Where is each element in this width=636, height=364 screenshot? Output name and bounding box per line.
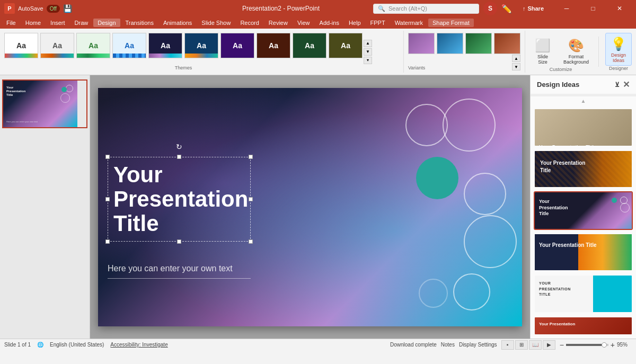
menu-watermark[interactable]: Watermark bbox=[391, 19, 427, 27]
theme-item-7[interactable]: Aa bbox=[220, 33, 254, 58]
zoom-in-button[interactable]: + bbox=[611, 341, 615, 349]
menu-view[interactable]: View bbox=[293, 19, 314, 27]
menu-shapeformat[interactable]: Shape Format bbox=[428, 19, 474, 27]
menu-transitions[interactable]: Transitions bbox=[121, 19, 158, 27]
zoom-slider[interactable] bbox=[566, 344, 608, 346]
slide-size-button[interactable]: ⬜ SlideSize bbox=[529, 35, 556, 67]
slide-thumbnail: YourPresentationTitle Here you can enter… bbox=[3, 81, 77, 127]
notes-button[interactable]: Notes bbox=[441, 342, 455, 348]
theme-item-9[interactable]: Aa bbox=[293, 33, 326, 58]
variant-scroll-up[interactable]: ▲ bbox=[512, 55, 520, 62]
variant-scroll-down[interactable]: ▼ bbox=[512, 63, 520, 70]
menu-slideshow[interactable]: Slide Show bbox=[197, 19, 235, 27]
circle-5 bbox=[453, 273, 490, 310]
zoom-out-button[interactable]: − bbox=[560, 341, 564, 349]
theme-item-10[interactable]: Aa bbox=[329, 33, 363, 58]
menu-animations[interactable]: Animations bbox=[159, 19, 196, 27]
menu-record[interactable]: Record bbox=[236, 19, 263, 27]
design-idea-img-2: Your PresentationTitle HERE YOU CAN ENTE… bbox=[535, 151, 632, 189]
rotate-handle[interactable]: ↻ bbox=[176, 143, 182, 151]
menu-review[interactable]: Review bbox=[264, 19, 292, 27]
menu-fppt[interactable]: FPPT bbox=[366, 19, 390, 27]
variant-1[interactable] bbox=[408, 33, 435, 54]
handle-tl[interactable] bbox=[105, 155, 110, 159]
theme-scroll-down[interactable]: ▼ bbox=[364, 48, 372, 56]
design-idea-1[interactable]: Your Presentation Title Here you can ent… bbox=[534, 108, 633, 147]
download-status: Download complete bbox=[390, 342, 437, 348]
search-icon: 🔍 bbox=[378, 5, 385, 12]
theme-item-4[interactable]: Aa bbox=[112, 33, 146, 58]
design-idea-3[interactable]: YourPresentationTitle here you can enter… bbox=[534, 191, 633, 230]
variant-4[interactable] bbox=[494, 33, 520, 54]
green-circle bbox=[416, 157, 458, 199]
slide-thumb-1[interactable]: 1 YourPresentationTitle Here you can ent… bbox=[2, 79, 87, 128]
minimize-button[interactable]: ─ bbox=[554, 0, 579, 17]
design-panel-expand[interactable]: ⊻ bbox=[615, 81, 620, 88]
menu-insert[interactable]: Insert bbox=[46, 19, 69, 27]
handle-tc[interactable] bbox=[177, 155, 181, 159]
ribbon: Aa Aa Aa Aa bbox=[0, 29, 636, 75]
canvas-area: ↻ YourPresentationTitle Here you can ent… bbox=[90, 75, 530, 339]
design-idea-2[interactable]: Your PresentationTitle HERE YOU CAN ENTE… bbox=[534, 150, 633, 189]
design-panel-close[interactable]: ✕ bbox=[623, 79, 630, 90]
close-button[interactable]: ✕ bbox=[607, 0, 632, 17]
accessibility-label[interactable]: Accessibility: Investigate bbox=[110, 342, 167, 348]
design-idea-6[interactable]: Your Presentation bbox=[534, 316, 633, 335]
handle-br[interactable] bbox=[249, 239, 253, 244]
design-panel-scroll: Your Presentation Title Here you can ent… bbox=[531, 105, 636, 339]
search-bar[interactable]: 🔍 Search (Alt+Q) bbox=[373, 4, 479, 14]
user-avatar[interactable]: S bbox=[483, 2, 497, 15]
autosave-toggle[interactable]: Off bbox=[47, 5, 60, 13]
theme-item-8[interactable]: Aa bbox=[257, 33, 290, 58]
design-idea-4[interactable]: Your Presentation Title bbox=[534, 233, 633, 272]
theme-scroll-up[interactable]: ▲ bbox=[364, 40, 372, 47]
design-idea-5[interactable]: YOURPRESENTATIONTITLE subtitle bbox=[534, 274, 633, 313]
edit-icon[interactable]: ✏️ bbox=[501, 4, 512, 14]
slide-subtitle[interactable]: Here you can enter your own text bbox=[108, 264, 233, 273]
reading-view-button[interactable]: 📖 bbox=[529, 340, 542, 350]
handle-bc[interactable] bbox=[177, 239, 181, 244]
design-ideas-icon: 💡 bbox=[611, 35, 626, 52]
maximize-button[interactable]: □ bbox=[581, 0, 605, 17]
handle-tr[interactable] bbox=[249, 155, 253, 159]
panel-scroll-up[interactable]: ▲ bbox=[580, 97, 587, 104]
display-settings[interactable]: Display Settings bbox=[459, 342, 497, 348]
menu-addins[interactable]: Add-ins bbox=[315, 19, 343, 27]
app-body: 1 YourPresentationTitle Here you can ent… bbox=[0, 75, 636, 339]
menu-home[interactable]: Home bbox=[21, 19, 45, 27]
circle-3 bbox=[464, 173, 506, 215]
share-button[interactable]: ↑ Share bbox=[516, 2, 550, 15]
handle-mr[interactable] bbox=[249, 197, 253, 201]
design-panel-title: Design Ideas bbox=[537, 81, 579, 88]
menu-draw[interactable]: Draw bbox=[70, 19, 93, 27]
zoom-level[interactable]: 95% bbox=[617, 342, 632, 348]
menu-design[interactable]: Design bbox=[93, 19, 120, 27]
theme-scroll-more[interactable]: ▾ bbox=[364, 57, 372, 64]
slide-sorter-button[interactable]: ⊞ bbox=[515, 340, 528, 350]
zoom-control: − + 95% bbox=[560, 341, 632, 349]
share-icon: ↑ bbox=[523, 5, 526, 12]
slide-canvas[interactable]: ↻ YourPresentationTitle Here you can ent… bbox=[98, 88, 522, 326]
title-text-box[interactable]: ↻ YourPresentationTitle bbox=[108, 157, 251, 242]
theme-item-3[interactable]: Aa bbox=[76, 33, 110, 58]
theme-item-6[interactable]: Aa bbox=[184, 33, 218, 58]
design-ideas-button[interactable]: 💡 DesignIdeas bbox=[605, 33, 632, 66]
normal-view-button[interactable]: ▪ bbox=[501, 340, 514, 350]
slide-panel: 1 YourPresentationTitle Here you can ent… bbox=[0, 75, 90, 339]
handle-bl[interactable] bbox=[105, 239, 110, 244]
handle-ml[interactable] bbox=[105, 197, 110, 201]
title-bar-left: P AutoSave Off 💾 bbox=[4, 3, 189, 14]
variant-2[interactable] bbox=[437, 33, 463, 54]
circle-1 bbox=[405, 104, 448, 146]
theme-item-2[interactable]: Aa bbox=[40, 33, 74, 58]
menu-file[interactable]: File bbox=[2, 19, 20, 27]
slide-title[interactable]: YourPresentationTitle bbox=[113, 163, 245, 236]
theme-item-1[interactable]: Aa bbox=[4, 33, 38, 58]
design-idea-img-4: Your Presentation Title bbox=[535, 234, 632, 272]
menu-help[interactable]: Help bbox=[344, 19, 365, 27]
slideshow-button[interactable]: ▶ bbox=[543, 340, 555, 350]
theme-item-5[interactable]: Aa bbox=[148, 33, 182, 58]
format-background-button[interactable]: 🎨 FormatBackground bbox=[560, 35, 592, 67]
variant-3[interactable] bbox=[465, 33, 492, 54]
language-label[interactable]: English (United States) bbox=[50, 342, 104, 348]
